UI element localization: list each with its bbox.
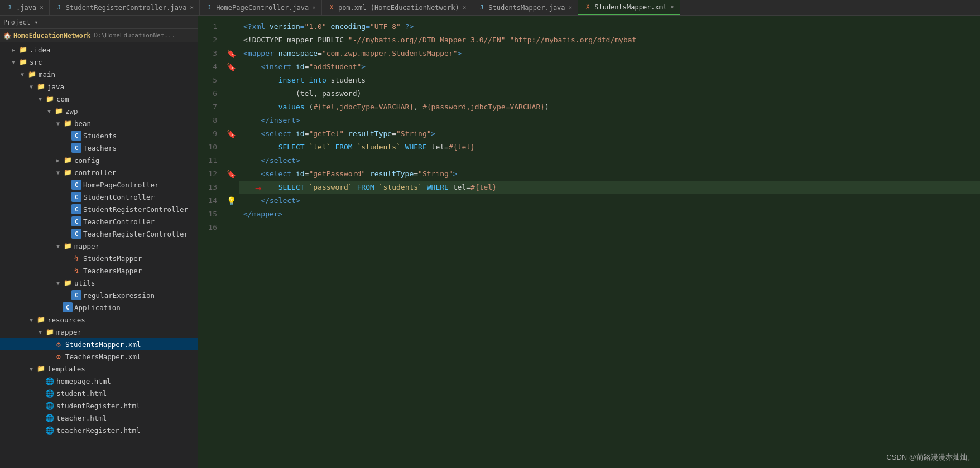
main-area: Project ▾ 🏠 HomeEducationNetwork D:\Home… <box>0 16 980 468</box>
file-tree: ▶ 📁 .idea ▼ 📁 src ▼ 📁 main ▼ <box>0 42 198 468</box>
tree-label-teacherregister-html: teacherRegister.html <box>56 426 193 435</box>
xml-icon: X <box>584 3 592 11</box>
code-line-13: SELECT `password` FROM `students` WHERE … <box>239 181 980 194</box>
tree-item-config[interactable]: ▶ 📁 config <box>0 154 198 166</box>
tree-item-teacherregister-html[interactable]: 🌐 teacherRegister.html <box>0 424 198 436</box>
tree-item-zwp[interactable]: ▼ 📁 zwp <box>0 105 198 117</box>
project-root-row[interactable]: 🏠 HomeEducationNetwork D:\HomeEducationN… <box>0 29 198 42</box>
html-icon-student: 🌐 <box>45 388 55 398</box>
tab-close[interactable]: × <box>569 4 573 11</box>
tree-item-homepage-html[interactable]: 🌐 homepage.html <box>0 375 198 387</box>
lightbulb-14[interactable]: 💡 <box>223 194 239 208</box>
line-numbers: 1 2 3 4 5 6 7 8 9 10 11 12 13 14 15 16 <box>198 16 223 468</box>
folder-icon-resources: 📁 <box>36 315 46 325</box>
class-icon-teacherregcontroller: C <box>71 229 81 239</box>
arrow-idea: ▶ <box>9 47 18 53</box>
tree-item-studentsmapper-xml[interactable]: ⚙ StudentsMapper.xml <box>0 338 198 350</box>
tree-label-teachersmapper-xml: TeachersMapper.xml <box>65 353 193 361</box>
tree-item-teachersmapper-java[interactable]: ↯ TeachersMapper <box>0 264 198 277</box>
arrow-src: ▼ <box>9 59 18 65</box>
tree-item-homecontroller[interactable]: C HomePageController <box>0 178 198 191</box>
bookmark-4: 🔖 <box>223 60 239 74</box>
tab-pom-xml[interactable]: X pom.xml (HomeEducationNetwork) × <box>322 0 472 15</box>
tree-item-teachercontroller[interactable]: C TeacherController <box>0 215 198 228</box>
tree-item-student-html[interactable]: 🌐 student.html <box>0 387 198 399</box>
code-editor[interactable]: <?xml version="1.0" encoding="UTF-8" ?> … <box>239 16 980 468</box>
project-name: HomeEducationNetwork <box>13 32 90 40</box>
editor-content: 1 2 3 4 5 6 7 8 9 10 11 12 13 14 15 16 <box>198 16 980 468</box>
html-icon-teacherregister: 🌐 <box>45 425 55 435</box>
tab-java[interactable]: J .java × <box>0 0 50 15</box>
root-folder-icon: 🏠 <box>3 32 11 40</box>
sidebar: Project ▾ 🏠 HomeEducationNetwork D:\Home… <box>0 16 198 468</box>
tab-close[interactable]: × <box>312 4 316 11</box>
mapper-icon-students: ↯ <box>71 253 81 263</box>
class-icon-homecontroller: C <box>71 180 81 190</box>
tree-label-controller: controller <box>74 168 193 177</box>
tree-item-studentregister-html[interactable]: 🌐 studentRegister.html <box>0 399 198 412</box>
tree-label-bean: bean <box>74 119 193 128</box>
tab-student-register-controller[interactable]: J StudentRegisterController.java × <box>50 0 200 15</box>
folder-icon-com: 📁 <box>45 94 55 104</box>
tree-item-application[interactable]: C Application <box>0 301 198 313</box>
arrow-config: ▶ <box>54 157 63 163</box>
tree-item-java[interactable]: ▼ 📁 java <box>0 80 198 93</box>
tree-label-homepage-html: homepage.html <box>56 377 193 385</box>
tab-students-mapper-java[interactable]: J StudentsMapper.java × <box>472 0 578 15</box>
arrow-utils: ▼ <box>54 280 63 286</box>
tree-item-studentregistercontroller[interactable]: C StudentRegisterController <box>0 203 198 215</box>
arrow-main: ▼ <box>18 71 27 78</box>
tab-close[interactable]: × <box>463 4 467 11</box>
xml-icon-studentsmapper: ⚙ <box>54 339 64 349</box>
tree-item-src[interactable]: ▼ 📁 src <box>0 56 198 68</box>
tree-item-studentsmapper-java[interactable]: ↯ StudentsMapper <box>0 252 198 264</box>
arrow-zwp: ▼ <box>45 108 54 114</box>
watermark: CSDN @前路漫漫亦灿灿。 <box>886 452 974 462</box>
tree-label-config: config <box>74 156 193 165</box>
mapper-icon-teachers: ↯ <box>71 266 81 276</box>
arrow-mapper-java: ▼ <box>54 243 63 249</box>
arrow-controller: ▼ <box>54 170 63 176</box>
tree-label-studentregcontroller: StudentRegisterController <box>83 205 193 214</box>
tree-label-com: com <box>56 95 193 103</box>
tab-homepage-controller[interactable]: J HomePageController.java × <box>200 0 322 15</box>
class-icon-teachercontroller: C <box>71 216 81 226</box>
code-line-5: insert into students <box>239 74 980 87</box>
tree-item-bean[interactable]: ▼ 📁 bean <box>0 117 198 129</box>
tab-close[interactable]: × <box>670 3 674 11</box>
tree-item-students[interactable]: C Students <box>0 129 198 142</box>
tree-item-teacherregcontroller[interactable]: C TeacherRegisterController <box>0 228 198 240</box>
tree-item-mapper-res[interactable]: ▼ 📁 mapper <box>0 326 198 338</box>
tree-label-teachercontroller: TeacherController <box>83 218 193 226</box>
tree-item-teachersmapper-xml[interactable]: ⚙ TeachersMapper.xml <box>0 350 198 363</box>
html-icon-teacher: 🌐 <box>45 413 55 423</box>
tree-label-student-html: student.html <box>56 389 193 398</box>
tree-item-controller[interactable]: ▼ 📁 controller <box>0 166 198 178</box>
tree-item-idea[interactable]: ▶ 📁 .idea <box>0 44 198 56</box>
tree-label-studentsmapper-xml: StudentsMapper.xml <box>65 340 193 349</box>
tree-label-homecontroller: HomePageController <box>83 181 193 189</box>
tree-item-utils[interactable]: ▼ 📁 utils <box>0 277 198 289</box>
folder-icon-bean: 📁 <box>63 118 73 128</box>
java-icon: J <box>6 4 13 12</box>
tree-item-teacher-html[interactable]: 🌐 teacher.html <box>0 412 198 424</box>
tree-item-com[interactable]: ▼ 📁 com <box>0 93 198 105</box>
tree-item-resources[interactable]: ▼ 📁 resources <box>0 313 198 326</box>
code-line-7: values (#{tel,jdbcType=VARCHAR}, #{passw… <box>239 100 980 114</box>
tab-students-mapper-xml[interactable]: X StudentsMapper.xml × <box>578 0 680 15</box>
folder-icon-zwp: 📁 <box>54 106 64 116</box>
tree-item-templates[interactable]: ▼ 📁 templates <box>0 363 198 375</box>
tab-close[interactable]: × <box>190 4 194 11</box>
tree-item-main[interactable]: ▼ 📁 main <box>0 68 198 80</box>
bookmark-9: 🔖 <box>223 127 239 141</box>
tree-item-mapper-java[interactable]: ▼ 📁 mapper <box>0 240 198 252</box>
tree-item-regularexpression[interactable]: C regularExpression <box>0 289 198 301</box>
tree-label-java: java <box>47 83 193 91</box>
tree-label-teachersmapper-java: TeachersMapper <box>83 267 193 275</box>
folder-icon-mapper-res: 📁 <box>45 327 55 337</box>
tab-close[interactable]: × <box>40 4 44 11</box>
tree-item-studentcontroller[interactable]: C StudentController <box>0 191 198 203</box>
xml-icon: X <box>328 4 335 12</box>
tree-item-teachers[interactable]: C Teachers <box>0 142 198 154</box>
html-icon-homepage: 🌐 <box>45 376 55 386</box>
